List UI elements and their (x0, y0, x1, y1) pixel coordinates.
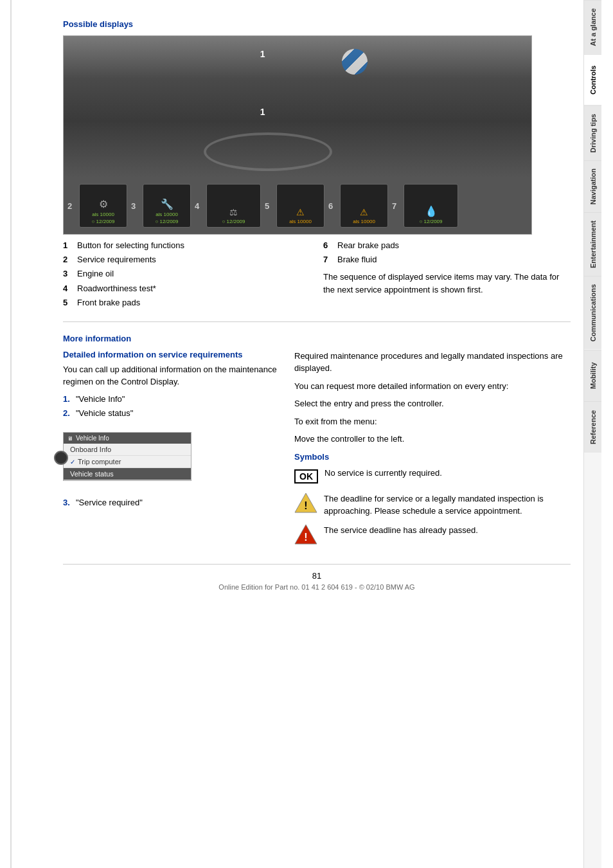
step-num-2: 2. (63, 408, 72, 419)
yellow-triangle-svg: ! (294, 493, 317, 513)
sidebar-tab-driving-tips[interactable]: Driving tips (584, 105, 601, 161)
info-two-col: Detailed information on service requirem… (63, 350, 571, 551)
step-text-1: "Vehicle Info" (76, 393, 125, 405)
right-para-3: Select the entry and press the controlle… (294, 397, 571, 410)
symbol-text-ok: No service is currently required. (324, 467, 571, 480)
sidebar-tab-mobility[interactable]: Mobility (584, 350, 601, 401)
more-information-section: More information Detailed information on… (63, 330, 571, 551)
list-item-3: 3Engine oil (63, 268, 310, 280)
display-item-6: 6 ⚠ als 10000 (328, 184, 388, 228)
list-num-6: 6 (323, 240, 332, 251)
list-num-4: 4 (63, 283, 72, 294)
display-box-3: 🔧 als 10000○ 12/2009 (143, 184, 191, 228)
sidebar-tab-navigation[interactable]: Navigation (584, 160, 601, 212)
items-col-left: 1Button for selecting functions 2Service… (63, 240, 310, 311)
list-item-5: 5Front brake pads (63, 297, 310, 309)
sidebar-tab-communications[interactable]: Communications (584, 276, 601, 349)
sidebar-tab-at-a-glance[interactable]: At a glance (584, 0, 601, 54)
display-box-5: ⚠ als 10000 (276, 184, 324, 228)
sidebar-tab-entertainment[interactable]: Entertainment (584, 212, 601, 276)
step-3-container: 3. "Service required" (63, 498, 281, 507)
tab-label-communications: Communications (589, 284, 597, 341)
display-box-2: ⚙ als 10000○ 12/2009 (79, 184, 127, 228)
tab-label-navigation: Navigation (589, 168, 597, 204)
red-triangle-svg: ! (294, 524, 317, 545)
more-info-title: More information (63, 330, 571, 343)
ok-symbol-icon: OK (294, 467, 318, 486)
tab-label-mobility: Mobility (589, 362, 597, 389)
right-para-1: Required maintenance procedures and lega… (294, 350, 571, 375)
display-item-2: 2 ⚙ als 10000○ 12/2009 (67, 184, 127, 228)
right-para-2: You can request more detailed informatio… (294, 380, 571, 393)
symbol-row-red: ! The service deadline has already passe… (294, 524, 571, 545)
step-num-3: 3. (63, 498, 72, 507)
sub-section-title: Detailed information on service requirem… (63, 350, 281, 359)
list-item-4: 4Roadworthiness test* (63, 283, 310, 294)
list-item-2: 2Service requirements (63, 254, 310, 266)
vi-header: 🖥 Vehicle Info (64, 433, 191, 444)
dashboard-image: 1 1 2 ⚙ als 10000○ 12/2009 (63, 35, 532, 235)
vi-trip-label: Trip computer (78, 458, 121, 466)
step-2: 2. "Vehicle status" (63, 408, 281, 419)
vi-check-icon: ✓ (70, 458, 75, 466)
step-1: 1. "Vehicle Info" (63, 393, 281, 405)
symbol-row-ok: OK No service is currently required. (294, 467, 571, 486)
list-text-5: Front brake pads (77, 297, 140, 309)
info-col-right: Required maintenance procedures and lega… (294, 350, 571, 551)
symbol-text-yellow: The deadline for service or a legally ma… (324, 493, 571, 518)
display-item-7: 7 💧 ○ 12/2009 (392, 184, 458, 228)
tab-label-reference: Reference (589, 410, 597, 444)
symbols-section: Symbols OK No service is currently requi… (294, 452, 571, 545)
step-text-2: "Vehicle status" (76, 408, 133, 419)
symbols-title: Symbols (294, 452, 571, 462)
display-num-6: 6 (328, 201, 337, 211)
display-num-2: 2 (67, 201, 76, 211)
vi-header-title: Vehicle Info (76, 435, 109, 442)
list-text-3: Engine oil (77, 268, 114, 280)
section-divider (63, 321, 571, 322)
main-content: Possible displays 1 1 2 (12, 0, 583, 868)
display-box-6: ⚠ als 10000 (340, 184, 388, 228)
right-para-5: Move the controller to the left. (294, 433, 571, 446)
step-text-3: "Service required" (76, 498, 143, 507)
vi-item-status: Vehicle status (64, 468, 191, 480)
items-col-right: 6Rear brake pads 7Brake fluid The sequen… (323, 240, 571, 311)
svg-text:!: ! (304, 500, 307, 511)
section-title: Possible displays (63, 19, 571, 29)
vi-item-onboard: Onboard Info (64, 444, 191, 456)
numbered-list-left: 1Button for selecting functions 2Service… (63, 240, 310, 309)
list-num-1: 1 (63, 240, 72, 251)
footer-text: Online Edition for Part no. 01 41 2 604 … (218, 583, 414, 591)
display-num-7: 7 (392, 201, 401, 211)
yellow-triangle-icon: ! (294, 493, 317, 513)
display-box-7: 💧 ○ 12/2009 (404, 184, 458, 228)
list-num-5: 5 (63, 297, 72, 309)
sequence-note: The sequence of displayed service items … (323, 271, 571, 296)
items-two-col: 1Button for selecting functions 2Service… (63, 240, 571, 311)
body-text-1: You can call up additional information o… (63, 363, 281, 388)
display-num-4: 4 (195, 201, 204, 211)
ordered-list: 1. "Vehicle Info" 2. "Vehicle status" (63, 393, 281, 419)
svg-text:!: ! (304, 532, 307, 543)
info-col-left: Detailed information on service requirem… (63, 350, 281, 551)
controller-circle (54, 451, 68, 465)
symbol-text-red: The service deadline has already passed. (324, 524, 571, 537)
list-num-3: 3 (63, 268, 72, 280)
red-triangle-icon: ! (294, 524, 317, 545)
sidebar-tab-reference[interactable]: Reference (584, 401, 601, 453)
dash-top: 1 1 (64, 36, 531, 177)
displays-row: 2 ⚙ als 10000○ 12/2009 3 🔧 als 10000○ 12… (64, 177, 531, 234)
numbered-list-right: 6Rear brake pads 7Brake fluid (323, 240, 571, 266)
list-num-2: 2 (63, 254, 72, 266)
sidebar-tab-controls[interactable]: Controls (584, 54, 601, 105)
tab-label-at-a-glance: At a glance (589, 8, 597, 46)
list-text-4: Roadworthiness test* (77, 283, 156, 294)
list-item-6: 6Rear brake pads (323, 240, 571, 251)
list-text-1: Button for selecting functions (77, 240, 184, 251)
tab-label-driving-tips: Driving tips (589, 114, 597, 153)
ok-box: OK (294, 469, 318, 484)
tab-label-controls: Controls (589, 66, 597, 95)
display-item-4: 4 ⚖ ○ 12/2009 (195, 184, 261, 228)
display-item-5: 5 ⚠ als 10000 (265, 184, 324, 228)
page-footer: 81 Online Edition for Part no. 01 41 2 6… (63, 564, 571, 597)
